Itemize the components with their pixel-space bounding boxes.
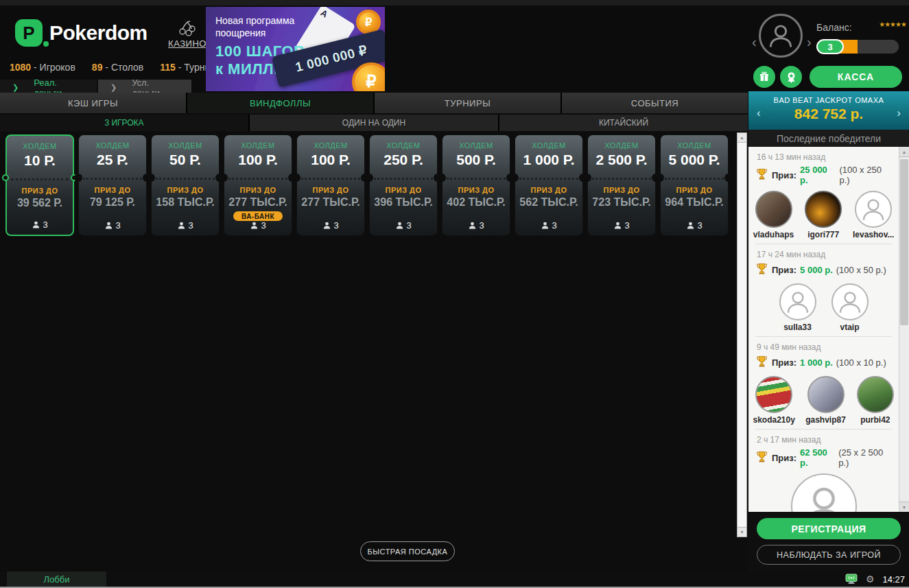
windfall-card[interactable]: ХОЛДЕМ25 Р.ПРИЗ ДО79 125 Р.3 [78,134,147,236]
jackpot-prev-arrow[interactable]: ‹ [757,106,761,120]
tab-кэш-игры[interactable]: КЭШ ИГРЫ [0,93,186,113]
scroll-up-arrow[interactable]: ▲ [737,133,746,143]
gift-icon [759,71,770,82]
winner-time: 9 ч 49 мин назад [755,342,892,352]
winner-entry: 16 ч 13 мин назадПриз:25 000 р.(100 x 25… [755,147,892,244]
winners-scrollbar[interactable]: ▲ ▼ [899,147,909,512]
promo-banner[interactable]: A ♥ ₽ Новая программа поощрения 100 ШАГО… [206,7,385,91]
sidebar-footer: РЕГИСТРАЦИЯ НАБЛЮДАТЬ ЗА ИГРОЙ [748,512,909,572]
card-buyin: 2 500 Р. [588,152,655,168]
card-buyin: 100 Р. [297,152,364,168]
card-buyin: 25 Р. [79,152,146,168]
ticket-notch [510,174,519,182]
windfall-card[interactable]: ХОЛДЕМ5 000 Р.ПРИЗ ДО964 ТЫС.Р.3 [660,134,729,236]
windfall-card[interactable]: ХОЛДЕМ500 Р.ПРИЗ ДО402 ТЫС.Р.3 [442,134,510,236]
winner-prize-row: Приз:5 000 р.(100 x 50 р.) [755,262,892,278]
main-scrollbar[interactable]: ▲ ▼ [737,132,747,537]
achievements-button[interactable] [780,66,802,88]
winners-scroll-thumb[interactable] [900,159,908,325]
windfall-card[interactable]: ХОЛДЕМ100 Р.ПРИЗ ДО277 ТЫС.Р.ВА-БАНК3 [224,134,292,236]
winner-avatar [857,376,894,413]
windfall-card[interactable]: ХОЛДЕМ1 000 Р.ПРИЗ ДО562 ТЫС.Р.3 [515,134,583,236]
card-ticket-divider [374,178,433,180]
card-prize-label: ПРИЗ ДО [224,186,292,194]
clock: 14:27 [882,574,905,585]
windfall-card[interactable]: ХОЛДЕМ2 500 Р.ПРИЗ ДО723 ТЫС.Р.3 [587,134,656,236]
register-button[interactable]: РЕГИСТРАЦИЯ [757,518,901,539]
tab-виндфоллы[interactable]: ВИНДФОЛЛЫ [187,93,373,113]
card-buyin: 50 Р. [152,152,219,168]
lobby-stats: 1080 - Игроков89 - Столов115 - Турниров [10,62,226,73]
card-player-count: 3 [7,220,73,230]
winner-name: purbi42 [860,415,890,425]
person-icon [797,480,851,512]
windfall-card[interactable]: ХОЛДЕМ10 Р.ПРИЗ ДО39 562 Р.3 [5,134,74,236]
tab-события[interactable]: СОБЫТИЯ [562,93,748,113]
card-player-count: 3 [370,220,437,231]
players-icon [32,220,40,229]
avatar-prev-arrow[interactable]: ‹ [752,34,757,50]
banner-line2: поощрения [215,27,265,38]
subtab-китайский[interactable]: КИТАЙСКИЙ [499,115,748,131]
scrollbar-thumb[interactable] [737,143,746,527]
chevron-right-icon: ❯ [12,83,19,92]
settings-gear-icon[interactable]: ⚙ [866,574,875,585]
casino-link[interactable]: КАЗИНО [167,21,208,49]
connection-status-icon[interactable] [845,574,858,585]
winners-scroll-down[interactable]: ▼ [899,502,909,512]
winners-scroll-up[interactable]: ▲ [899,147,909,157]
window-top-strip [0,0,909,5]
bonuses-button[interactable] [753,66,775,88]
winner-prize-row: Приз:1 000 р.(100 x 10 р.) [755,355,892,371]
cashier-button[interactable]: КАССА [810,66,902,88]
prize-detail: (25 x 2 500 р.) [838,447,892,468]
jackpot-next-arrow[interactable]: › [897,106,901,120]
card-prize-amount: 964 ТЫС.Р. [661,196,728,209]
card-prize-amount: 158 ТЫС.Р. [152,196,219,209]
main-tabs: КЭШ ИГРЫВИНДФОЛЛЫТУРНИРЫСОБЫТИЯ [0,93,748,113]
card-ticket-divider [519,178,578,180]
user-avatar[interactable] [759,14,803,58]
ticket-notch [438,174,446,182]
quick-seat-button[interactable]: БЫСТРАЯ ПОСАДКА [360,541,455,561]
sub-tabs: 3 ИГРОКАОДИН НА ОДИНКИТАЙСКИЙ [0,115,748,131]
windfall-card[interactable]: ХОЛДЕМ250 Р.ПРИЗ ДО396 ТЫС.Р.3 [369,134,438,236]
winners-list: 16 ч 13 мин назадПриз:25 000 р.(100 x 25… [748,147,909,512]
ticket-notch [74,174,82,182]
card-prize-amount: 277 ТЫС.Р. [224,196,292,209]
card-player-count: 3 [152,220,219,231]
player-level-badge: 3 [816,39,844,54]
winner-avatar [779,283,816,320]
avatar-next-arrow[interactable]: › [807,34,812,50]
card-buyin: 250 Р. [370,152,437,168]
ticket-notch [220,174,228,182]
winner-prize-row: Приз:62 500 р.(25 x 2 500 р.) [755,447,892,468]
scroll-down-arrow[interactable]: ▼ [737,527,746,537]
winner-prize-row: Приз:25 000 р.(100 x 250 р.) [755,165,892,185]
trophy-icon [755,167,768,180]
medal-icon [786,71,797,83]
windfall-card[interactable]: ХОЛДЕМ100 Р.ПРИЗ ДО277 ТЫС.Р.3 [296,134,365,236]
lobby-content: ХОЛДЕМ10 Р.ПРИЗ ДО39 562 Р.3ХОЛДЕМ25 Р.П… [0,131,748,572]
card-ticket-divider [592,178,651,180]
subtab-3-игрока[interactable]: 3 ИГРОКА [0,115,248,131]
casino-label: КАЗИНО [167,38,208,49]
players-icon [104,221,113,230]
winner-avatar [807,376,845,413]
observe-game-button[interactable]: НАБЛЮДАТЬ ЗА ИГРОЙ [757,545,901,565]
bottom-taskbar: Лобби ⚙ 14:27 [0,572,909,587]
balance-label: Баланс: [816,22,852,33]
right-sidebar: ‹ BAD BEAT JACKPOT ОМАХА 842 752 р. › По… [748,91,909,572]
ticket-notch [147,174,155,182]
person-icon [766,21,796,51]
windfall-card[interactable]: ХОЛДЕМ50 Р.ПРИЗ ДО158 ТЫС.Р.3 [151,134,220,236]
winners-title: Последние победители [748,130,909,147]
card-ticket-divider [156,178,215,180]
lobby-tab[interactable]: Лобби [7,572,106,587]
tab-турниры[interactable]: ТУРНИРЫ [375,93,560,113]
winner-time: 2 ч 17 мин назад [755,435,892,445]
players-icon [177,221,186,230]
prize-label: Приз: [772,357,796,368]
subtab-один-на-один[interactable]: ОДИН НА ОДИН [250,115,498,131]
system-tray: ⚙ 14:27 [845,572,905,587]
